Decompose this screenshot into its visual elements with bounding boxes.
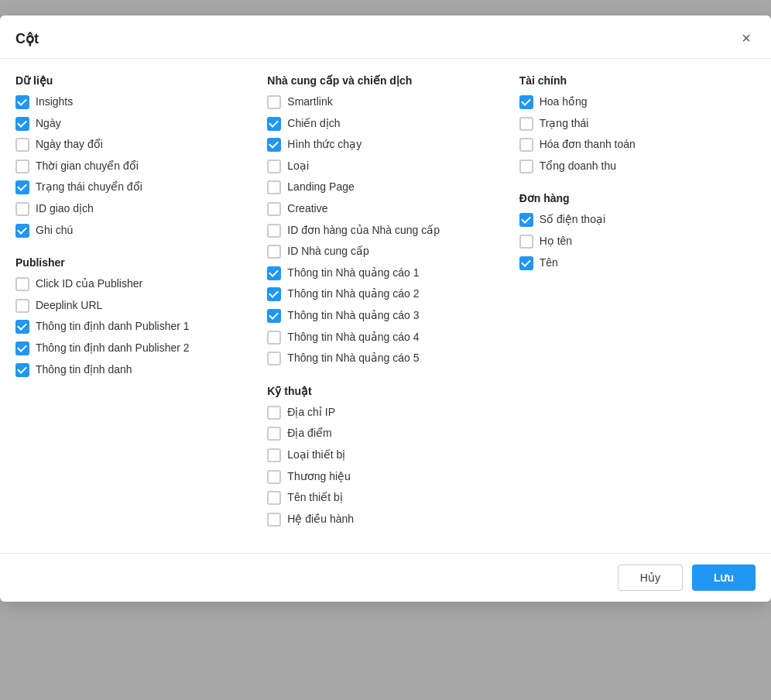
label-so_dien_thoai: Số điện thoại	[540, 212, 605, 228]
checkbox-ngay_thay_doi[interactable]	[15, 138, 29, 152]
checkbox-item[interactable]: Hóa đơn thanh toán	[519, 137, 756, 153]
checkbox-item[interactable]: Thông tin Nhà quảng cáo 1	[267, 266, 503, 281]
checkbox-insights[interactable]	[15, 95, 29, 109]
checkbox-item[interactable]: Tên	[519, 256, 756, 271]
checkbox-thong_tin_nha_quang_cao_4[interactable]	[267, 331, 281, 345]
checkbox-deeplink_url[interactable]	[15, 299, 29, 313]
checkbox-chien_dich[interactable]	[267, 117, 281, 131]
checkbox-item[interactable]: Creative	[267, 201, 503, 217]
don-hang-items: Số điện thoạiHọ tênTên	[519, 212, 756, 270]
checkbox-thong_tin_nha_quang_cao_1[interactable]	[267, 266, 281, 280]
section-don-hang: Đơn hàng Số điện thoạiHọ tênTên	[519, 192, 756, 270]
checkbox-item[interactable]: Deeplink URL	[15, 298, 252, 314]
cancel-button[interactable]: Hủy	[618, 564, 683, 591]
label-thong_tin_dinh_danh: Thông tin định danh	[36, 362, 132, 378]
checkbox-item[interactable]: Chiến dịch	[267, 116, 503, 132]
checkbox-landing_page[interactable]	[267, 180, 281, 194]
checkbox-ghi_chu[interactable]	[15, 224, 29, 238]
checkbox-ho_ten[interactable]	[519, 235, 533, 249]
checkbox-item[interactable]: Thời gian chuyển đổi	[15, 159, 252, 174]
save-button[interactable]: Lưu	[692, 564, 756, 591]
checkbox-item[interactable]: Số điện thoại	[519, 212, 756, 228]
nha-cung-cap-items: SmartlinkChiến dịchHình thức chạyLoạiLan…	[267, 94, 503, 366]
label-insights: Insights	[36, 94, 73, 110]
checkbox-item[interactable]: Thông tin định danh	[15, 362, 252, 378]
checkbox-item[interactable]: ID Nhà cung cấp	[267, 244, 503, 259]
checkbox-trang_thai[interactable]	[519, 117, 533, 131]
checkbox-hoa_don_thanh_toan[interactable]	[519, 138, 533, 152]
checkbox-thoi_gian_chuyen_doi[interactable]	[15, 160, 29, 173]
checkbox-item[interactable]: Hệ điều hành	[267, 512, 503, 527]
checkbox-thong_tin_dinh_danh_pub1[interactable]	[15, 320, 29, 334]
checkbox-item[interactable]: Ngày thay đổi	[15, 137, 252, 153]
label-he_dieu_hanh: Hệ điều hành	[287, 512, 354, 527]
checkbox-item[interactable]: Thông tin định danh Publisher 2	[15, 341, 252, 356]
checkbox-ngay[interactable]	[15, 117, 29, 131]
section-tai-chinh-title: Tài chính	[519, 74, 756, 87]
checkbox-id_giao_dich[interactable]	[15, 202, 29, 216]
checkbox-ten[interactable]	[519, 256, 533, 270]
checkbox-item[interactable]: Trạng thái chuyển đổi	[15, 180, 252, 195]
checkbox-item[interactable]: Trạng thái	[519, 116, 756, 132]
checkbox-item[interactable]: Địa điểm	[267, 426, 503, 441]
checkbox-so_dien_thoai[interactable]	[519, 213, 533, 227]
checkbox-item[interactable]: Họ tên	[519, 234, 756, 249]
label-thong_tin_nha_quang_cao_4: Thông tin Nhà quảng cáo 4	[287, 330, 419, 345]
checkbox-item[interactable]: Landing Page	[267, 180, 503, 195]
checkbox-item[interactable]: Ngày	[15, 116, 252, 132]
checkbox-thong_tin_nha_quang_cao_5[interactable]	[267, 352, 281, 365]
checkbox-id_nha_cung_cap[interactable]	[267, 245, 281, 259]
checkbox-id_don_hang_nha_cung_cap[interactable]	[267, 224, 281, 238]
label-thong_tin_nha_quang_cao_5: Thông tin Nhà quảng cáo 5	[287, 351, 419, 366]
checkbox-ten_thiet_bi[interactable]	[267, 491, 281, 505]
checkbox-loai_thiet_bi[interactable]	[267, 448, 281, 462]
label-trang_thai_chuyen_doi: Trạng thái chuyển đổi	[36, 180, 142, 195]
checkbox-item[interactable]: Hoa hồng	[519, 94, 756, 110]
checkbox-thong_tin_nha_quang_cao_2[interactable]	[267, 287, 281, 301]
section-ky-thuat: Kỹ thuật Địa chỉ IPĐịa điểmLoại thiết bị…	[267, 385, 503, 527]
checkbox-dia_diem[interactable]	[267, 427, 281, 441]
close-button[interactable]: ×	[737, 28, 756, 49]
checkbox-item[interactable]: Tên thiết bị	[267, 490, 503, 506]
checkbox-item[interactable]: ID giao dịch	[15, 201, 252, 217]
checkbox-dia_chi_ip[interactable]	[267, 406, 281, 420]
checkbox-loai[interactable]	[267, 160, 281, 173]
checkbox-thong_tin_nha_quang_cao_3[interactable]	[267, 309, 281, 323]
checkbox-item[interactable]: Tổng doanh thu	[519, 159, 756, 174]
checkbox-thong_tin_dinh_danh_pub2[interactable]	[15, 341, 29, 355]
checkbox-item[interactable]: Thương hiệu	[267, 469, 503, 485]
checkbox-item[interactable]: Địa chỉ IP	[267, 405, 503, 420]
checkbox-item[interactable]: Thông tin định danh Publisher 1	[15, 319, 252, 335]
checkbox-item[interactable]: Thông tin Nhà quảng cáo 3	[267, 308, 503, 324]
checkbox-item[interactable]: Loại	[267, 159, 503, 174]
checkbox-item[interactable]: ID đơn hàng của Nhà cung cấp	[267, 223, 503, 238]
checkbox-item[interactable]: Thông tin Nhà quảng cáo 4	[267, 330, 503, 345]
section-du-lieu-title: Dữ liệu	[15, 74, 252, 87]
label-ten: Tên	[540, 256, 558, 271]
checkbox-item[interactable]: Thông tin Nhà quảng cáo 2	[267, 287, 503, 302]
checkbox-item[interactable]: Thông tin Nhà quảng cáo 5	[267, 351, 503, 366]
label-thong_tin_dinh_danh_pub2: Thông tin định danh Publisher 2	[36, 341, 190, 356]
checkbox-item[interactable]: Click ID của Publisher	[15, 276, 252, 292]
checkbox-hinh_thuc_chay[interactable]	[267, 138, 281, 152]
label-ten_thiet_bi: Tên thiết bị	[287, 490, 342, 506]
checkbox-hoa_hong[interactable]	[519, 95, 533, 109]
label-thong_tin_nha_quang_cao_1: Thông tin Nhà quảng cáo 1	[287, 266, 419, 281]
publisher-items: Click ID của PublisherDeeplink URLThông …	[15, 276, 252, 377]
checkbox-thong_tin_dinh_danh[interactable]	[15, 363, 29, 377]
checkbox-item[interactable]: Hình thức chạy	[267, 137, 503, 153]
checkbox-he_dieu_hanh[interactable]	[267, 513, 281, 527]
checkbox-click_id_publisher[interactable]	[15, 277, 29, 291]
checkbox-item[interactable]: Insights	[15, 94, 252, 110]
checkbox-item[interactable]: Ghi chú	[15, 223, 252, 238]
checkbox-thuong_hieu[interactable]	[267, 470, 281, 484]
checkbox-tong_doanh_thu[interactable]	[519, 160, 533, 173]
label-hoa_hong: Hoa hồng	[540, 94, 588, 110]
column-1: Dữ liệu InsightsNgàyNgày thay đổiThời gi…	[15, 74, 252, 545]
label-ho_ten: Họ tên	[540, 234, 572, 249]
checkbox-item[interactable]: Smartlink	[267, 94, 503, 110]
checkbox-item[interactable]: Loại thiết bị	[267, 448, 503, 463]
checkbox-trang_thai_chuyen_doi[interactable]	[15, 180, 29, 194]
checkbox-smartlink[interactable]	[267, 95, 281, 109]
checkbox-creative[interactable]	[267, 202, 281, 216]
